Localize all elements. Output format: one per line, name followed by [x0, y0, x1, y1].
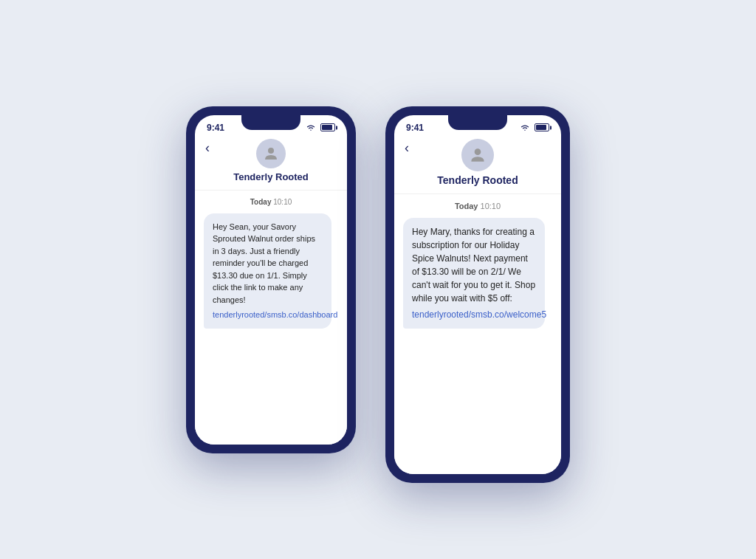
- phone-2: 9:41 ‹: [385, 106, 570, 483]
- phone-1-time: 9:41: [207, 123, 224, 133]
- phone-1-chat-header: ‹ Tenderly Rooted: [195, 136, 347, 191]
- phone-1-contact-name: Tenderly Rooted: [233, 171, 309, 182]
- phone-2-message-text: Hey Mary, thanks for creating a subscrip…: [412, 227, 535, 303]
- phone-2-chat-header: ‹ Tenderly Rooted: [394, 136, 561, 194]
- wifi-icon: [306, 124, 316, 131]
- phone-1-status-icons: [306, 123, 335, 131]
- battery-icon: [320, 123, 335, 131]
- phone-1-message-text: Hey Sean, your Savory Sprouted Walnut or…: [213, 222, 315, 304]
- phones-container: 9:41 ‹: [186, 77, 570, 483]
- phone-2-avatar: [461, 139, 494, 171]
- back-arrow-icon[interactable]: ‹: [205, 140, 210, 156]
- phone-2-message-bubble: Hey Mary, thanks for creating a subscrip…: [403, 218, 545, 329]
- back-arrow-icon-2[interactable]: ‹: [405, 140, 409, 156]
- phone-1: 9:41 ‹: [186, 106, 356, 453]
- wifi-icon-2: [520, 124, 530, 131]
- svg-point-1: [475, 148, 481, 155]
- svg-point-0: [268, 148, 274, 154]
- phone-2-contact-name: Tenderly Rooted: [437, 174, 518, 186]
- phone-1-message-bubble: Hey Sean, your Savory Sprouted Walnut or…: [204, 213, 331, 329]
- phone-2-time: 9:41: [406, 123, 424, 133]
- phone-2-screen: 9:41 ‹: [394, 115, 561, 474]
- phone-1-chat-body: Today 10:10 Hey Sean, your Savory Sprout…: [195, 191, 347, 445]
- phone-2-chat-body: Today 10:10 Hey Mary, thanks for creatin…: [394, 194, 561, 474]
- phone-2-timestamp: Today 10:10: [403, 202, 552, 210]
- phone-1-timestamp: Today 10:10: [204, 198, 338, 206]
- phone-1-notch: [241, 115, 300, 130]
- phone-1-avatar: [256, 139, 286, 168]
- phone-1-message-link[interactable]: tenderlyrooted/smsb.co/dashboard: [213, 309, 323, 321]
- phone-1-screen: 9:41 ‹: [195, 115, 347, 445]
- phone-2-notch: [448, 115, 507, 130]
- phone-2-status-icons: [520, 123, 549, 131]
- phone-2-message-link[interactable]: tenderlyrooted/smsb.co/welcome5: [412, 308, 536, 321]
- battery-icon-2: [535, 123, 549, 131]
